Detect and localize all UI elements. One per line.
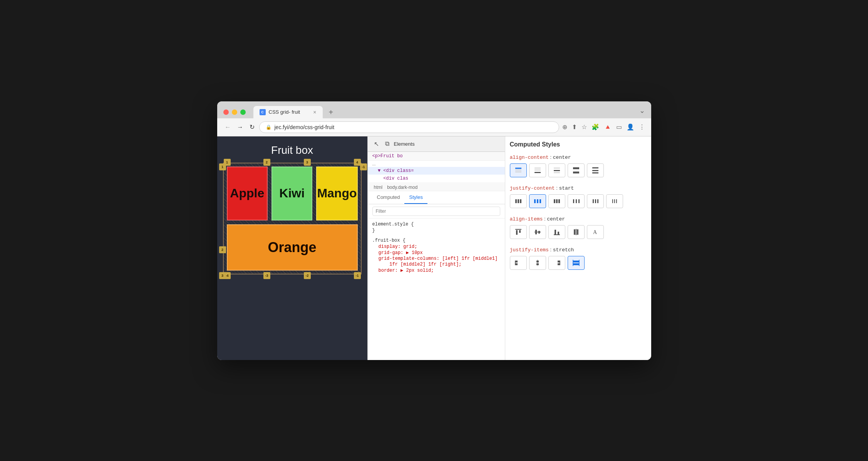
tab-computed[interactable]: Computed <box>372 191 405 204</box>
align-items-btn-start[interactable] <box>510 225 527 239</box>
address-actions: ⊕ ⬆ ☆ 🧩 🔺 ▭ 👤 ⋮ <box>562 123 645 131</box>
svg-rect-6 <box>554 168 560 168</box>
refresh-button[interactable]: ↻ <box>248 122 256 132</box>
grid-badge-row2: 2 <box>219 246 226 253</box>
puzzle-icon[interactable]: 🔺 <box>604 123 612 131</box>
svg-rect-26 <box>593 199 594 203</box>
selector-body[interactable]: body.dark-mod <box>385 184 419 191</box>
fruit-kiwi: Kiwi <box>271 167 312 220</box>
svg-text:A: A <box>593 229 597 235</box>
inspect-icon[interactable]: ↖ <box>372 139 380 149</box>
grid-container: 1 2 3 4 1 Apple Kiwi Mango Orange -4 -3 … <box>223 163 362 274</box>
devtools-panel: ↖ ⧉ Elements <p>Fruit bo ... ▼ <div clas… <box>367 136 505 360</box>
align-items-name: align-items <box>510 216 543 222</box>
justify-items-name: justify-items <box>510 247 549 253</box>
tab-styles[interactable]: Styles <box>404 191 427 204</box>
tab-close-button[interactable]: × <box>313 109 316 115</box>
window-chevron[interactable]: ⌄ <box>639 106 645 118</box>
main-area: Fruit box 1 2 3 4 1 Apple Kiwi Mango Ora… <box>217 136 651 360</box>
justify-items-btn-stretch[interactable] <box>568 256 585 270</box>
url-bar[interactable]: 🔒 jec.fyi/demo/css-grid-fruit <box>259 121 559 133</box>
minimize-button[interactable] <box>232 109 237 115</box>
forward-button[interactable]: → <box>236 122 245 132</box>
svg-rect-24 <box>576 199 577 203</box>
align-content-btn-start[interactable] <box>510 163 527 177</box>
align-content-btn-end[interactable] <box>529 163 546 177</box>
svg-rect-33 <box>516 230 518 235</box>
svg-rect-27 <box>595 199 596 203</box>
prop-display: display: grid; <box>372 244 500 249</box>
svg-rect-2 <box>515 172 521 172</box>
justify-content-section: justify-content : start <box>510 185 647 208</box>
zoom-icon[interactable]: ⊕ <box>562 123 567 131</box>
menu-icon[interactable]: ⋮ <box>639 123 645 131</box>
svg-rect-30 <box>614 199 615 203</box>
grid-badge-b4: -1 <box>354 272 361 279</box>
tab-favicon: C <box>260 109 266 115</box>
align-content-btn-center[interactable] <box>548 163 565 177</box>
lock-icon: 🔒 <box>266 125 271 130</box>
svg-rect-13 <box>592 172 598 173</box>
justify-content-btn-around[interactable] <box>587 194 604 208</box>
dom-row-div[interactable]: ▼ <div class= <box>368 167 505 175</box>
align-content-name: align-content <box>510 155 549 160</box>
extensions-icon[interactable]: 🧩 <box>592 123 599 131</box>
active-tab[interactable]: C CSS grid- fruit × <box>253 106 323 118</box>
traffic-lights <box>223 109 246 115</box>
justify-items-label: justify-items : stretch <box>510 247 647 253</box>
svg-rect-20 <box>554 199 555 203</box>
align-content-btn-space[interactable] <box>587 163 604 177</box>
align-items-btn-stretch[interactable] <box>568 225 585 239</box>
svg-rect-40 <box>558 232 559 234</box>
justify-content-btn-evenly[interactable] <box>606 194 623 208</box>
cast-icon[interactable]: ▭ <box>616 123 622 131</box>
justify-content-btn-between[interactable] <box>568 194 585 208</box>
tab-title: CSS grid- fruit <box>269 109 310 115</box>
svg-rect-52 <box>558 263 560 265</box>
justify-items-btn-start[interactable] <box>510 256 527 270</box>
justify-items-btn-end[interactable] <box>548 256 565 270</box>
new-tab-button[interactable]: + <box>326 106 337 118</box>
close-button[interactable] <box>223 109 229 115</box>
address-bar: ← → ↻ 🔒 jec.fyi/demo/css-grid-fruit ⊕ ⬆ … <box>217 118 651 136</box>
profile-icon[interactable]: 👤 <box>627 123 634 131</box>
svg-rect-17 <box>534 199 536 203</box>
svg-rect-42 <box>574 229 575 235</box>
svg-rect-45 <box>515 261 518 262</box>
justify-content-buttons <box>510 194 647 208</box>
align-items-btn-center[interactable] <box>529 225 546 239</box>
share-icon[interactable]: ⬆ <box>572 123 577 131</box>
maximize-button[interactable] <box>240 109 246 115</box>
device-icon[interactable]: ⧉ <box>384 139 391 149</box>
title-bar: C CSS grid- fruit × + ⌄ <box>217 101 651 118</box>
justify-content-btn-center[interactable] <box>529 194 546 208</box>
grid-badge-neg1: -1 <box>360 163 367 170</box>
align-items-btn-baseline[interactable]: A <box>587 225 604 239</box>
prop-border: border: ▶ 2px solid; <box>372 268 500 273</box>
svg-rect-39 <box>555 230 556 234</box>
svg-rect-5 <box>535 172 541 173</box>
svg-rect-46 <box>515 263 518 265</box>
svg-rect-23 <box>573 199 574 203</box>
svg-rect-8 <box>554 172 560 173</box>
justify-content-btn-start[interactable] <box>510 194 527 208</box>
svg-rect-31 <box>616 199 617 203</box>
tabs-area: C CSS grid- fruit × + <box>253 106 635 118</box>
filter-input[interactable] <box>372 207 500 216</box>
justify-content-btn-end[interactable] <box>548 194 565 208</box>
svg-rect-0 <box>515 168 521 169</box>
bookmark-icon[interactable]: ☆ <box>581 123 587 131</box>
align-content-section: align-content : center <box>510 154 647 177</box>
browser-window: C CSS grid- fruit × + ⌄ ← → ↻ 🔒 jec.fyi/… <box>217 101 651 360</box>
svg-rect-4 <box>535 170 541 170</box>
svg-rect-10 <box>573 172 579 173</box>
back-button[interactable]: ← <box>223 122 233 132</box>
justify-items-btn-center[interactable] <box>529 256 546 270</box>
align-content-btn-stretch[interactable] <box>568 163 585 177</box>
svg-rect-11 <box>592 167 598 168</box>
align-items-btn-end[interactable] <box>548 225 565 239</box>
selector-html[interactable]: html <box>372 184 384 191</box>
devtools-selectors: html body.dark-mod <box>368 182 505 191</box>
dom-row-inner[interactable]: <div clas <box>368 175 505 182</box>
fruit-box-selector: .fruit-box { <box>372 238 500 243</box>
